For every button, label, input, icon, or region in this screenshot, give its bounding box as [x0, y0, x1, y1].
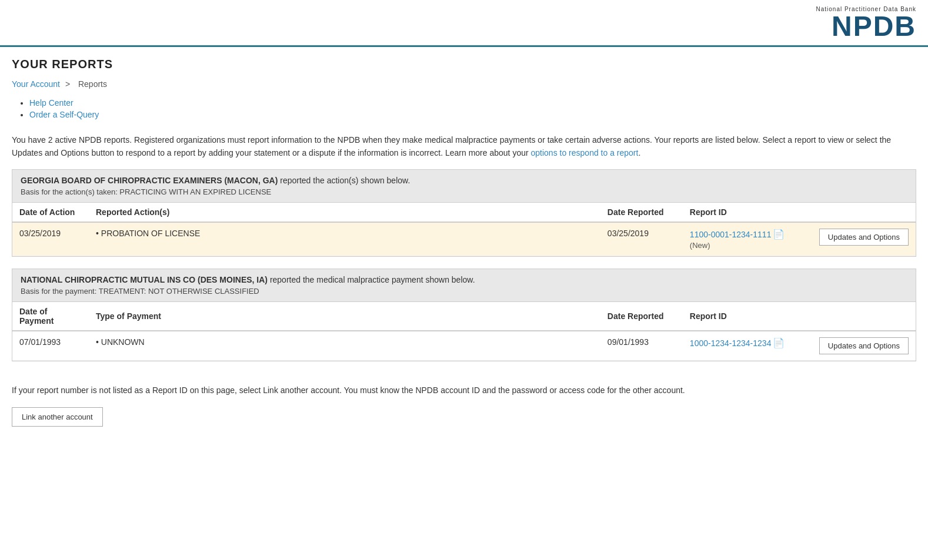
description: You have 2 active NPDB reports. Register…: [0, 129, 928, 169]
report-2-org-name: NATIONAL CHIROPRACTIC MUTUAL INS CO (DES…: [21, 275, 268, 284]
self-query-link[interactable]: Order a Self-Query: [29, 110, 99, 119]
row-2-payment-type: UNKNOWN: [89, 331, 600, 361]
page-title: YOUR REPORTS: [0, 47, 928, 77]
breadcrumb: Your Account > Reports: [0, 77, 928, 96]
row-2-action-text: UNKNOWN: [96, 337, 145, 347]
row-1-date-reported: 03/25/2019: [600, 222, 683, 256]
description-text1: You have 2 active NPDB reports. Register…: [12, 135, 891, 157]
col-header-reported-action-1: Reported Action(s): [89, 203, 600, 222]
header: National Practitioner Data Bank NPDB: [0, 0, 928, 47]
report-2-header-suffix: reported the medical malpractice payment…: [268, 275, 475, 284]
pdf-icon: 📄: [773, 229, 785, 239]
row-1-new-badge: (New): [690, 241, 805, 250]
row-2-report-id-link[interactable]: 1000-1234-1234-1234: [690, 338, 772, 348]
col-header-report-id-1: Report ID: [683, 203, 812, 222]
row-1-action-text: PROBATION OF LICENSE: [96, 229, 200, 238]
report-2-table: Date of Payment Type of Payment Date Rep…: [12, 302, 916, 361]
breadcrumb-your-account[interactable]: Your Account: [12, 79, 60, 89]
col-header-payment-type-2: Type of Payment: [89, 302, 600, 331]
col-header-report-id-2: Report ID: [683, 302, 812, 331]
breadcrumb-separator: >: [65, 79, 70, 89]
report-1-basis: Basis for the action(s) taken: PRACTICIN…: [21, 187, 907, 196]
row-2-date-reported: 09/01/1993: [600, 331, 683, 361]
report-2-title: NATIONAL CHIROPRACTIC MUTUAL INS CO (DES…: [21, 275, 907, 284]
report-1-header-suffix: reported the action(s) shown below.: [278, 176, 410, 185]
options-link[interactable]: options to respond to a report: [531, 148, 639, 157]
col-header-btn-1: [812, 203, 916, 222]
report-2-basis: Basis for the payment: TREATMENT: NOT OT…: [21, 287, 907, 296]
row-1-report-id-cell: 1100-0001-1234-1111📄 (New): [683, 222, 812, 256]
logo: National Practitioner Data Bank NPDB: [816, 6, 916, 41]
row-1-btn-cell: Updates and Options: [812, 222, 916, 256]
report-1-table: Date of Action Reported Action(s) Date R…: [12, 203, 916, 256]
report-1-title: GEORGIA BOARD OF CHIROPRACTIC EXAMINERS …: [21, 176, 907, 185]
description-text2: .: [638, 148, 640, 157]
report-1-header: GEORGIA BOARD OF CHIROPRACTIC EXAMINERS …: [12, 170, 916, 203]
row-1-report-id-link[interactable]: 1100-0001-1234-1111: [690, 230, 772, 239]
quick-link-item: Help Center: [29, 98, 916, 108]
quick-link-item: Order a Self-Query: [29, 110, 916, 119]
col-header-btn-2: [812, 302, 916, 331]
table-row: 07/01/1993 UNKNOWN 09/01/1993 1000-1234-…: [12, 331, 916, 361]
row-2-btn-cell: Updates and Options: [812, 331, 916, 361]
col-header-date-action-1: Date of Action: [12, 203, 89, 222]
link-another-account-button[interactable]: Link another account: [12, 407, 103, 427]
report-1-org-name: GEORGIA BOARD OF CHIROPRACTIC EXAMINERS …: [21, 176, 278, 185]
row-1-date-action: 03/25/2019: [12, 222, 89, 256]
col-header-date-payment-2: Date of Payment: [12, 302, 89, 331]
updates-options-button-1[interactable]: Updates and Options: [819, 229, 909, 246]
help-center-link[interactable]: Help Center: [29, 98, 74, 108]
pdf-icon-2: 📄: [773, 338, 785, 348]
footer-note: If your report number is not listed as a…: [0, 373, 928, 404]
col-header-date-reported-2: Date Reported: [600, 302, 683, 331]
report-2-header: NATIONAL CHIROPRACTIC MUTUAL INS CO (DES…: [12, 269, 916, 302]
report-section-1: GEORGIA BOARD OF CHIROPRACTIC EXAMINERS …: [12, 169, 916, 257]
logo-large-text: NPDB: [816, 12, 916, 41]
row-2-report-id-cell: 1000-1234-1234-1234📄: [683, 331, 812, 361]
report-section-2: NATIONAL CHIROPRACTIC MUTUAL INS CO (DES…: [12, 269, 916, 361]
quick-links: Help Center Order a Self-Query: [0, 96, 928, 129]
table-row: 03/25/2019 PROBATION OF LICENSE 03/25/20…: [12, 222, 916, 256]
row-1-action: PROBATION OF LICENSE: [89, 222, 600, 256]
breadcrumb-reports: Reports: [78, 79, 107, 89]
updates-options-button-2[interactable]: Updates and Options: [819, 337, 909, 354]
row-2-date-payment: 07/01/1993: [12, 331, 89, 361]
col-header-date-reported-1: Date Reported: [600, 203, 683, 222]
